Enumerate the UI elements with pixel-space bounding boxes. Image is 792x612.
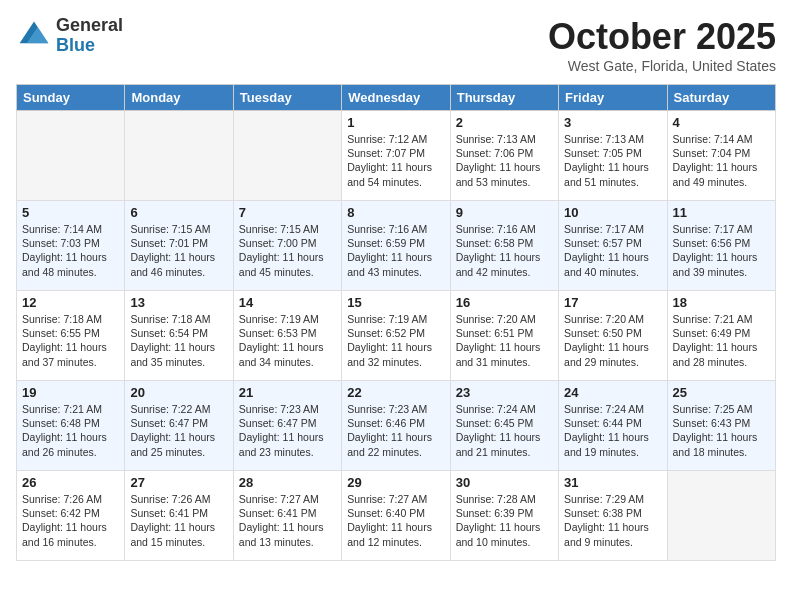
calendar-cell: 14Sunrise: 7:19 AM Sunset: 6:53 PM Dayli… xyxy=(233,291,341,381)
weekday-header: Saturday xyxy=(667,85,775,111)
calendar-cell: 10Sunrise: 7:17 AM Sunset: 6:57 PM Dayli… xyxy=(559,201,667,291)
calendar-cell: 25Sunrise: 7:25 AM Sunset: 6:43 PM Dayli… xyxy=(667,381,775,471)
calendar-cell: 13Sunrise: 7:18 AM Sunset: 6:54 PM Dayli… xyxy=(125,291,233,381)
calendar-cell: 20Sunrise: 7:22 AM Sunset: 6:47 PM Dayli… xyxy=(125,381,233,471)
cell-info: Sunrise: 7:19 AM Sunset: 6:52 PM Dayligh… xyxy=(347,312,444,369)
day-number: 3 xyxy=(564,115,661,130)
cell-info: Sunrise: 7:24 AM Sunset: 6:44 PM Dayligh… xyxy=(564,402,661,459)
day-number: 14 xyxy=(239,295,336,310)
day-number: 11 xyxy=(673,205,770,220)
weekday-header: Wednesday xyxy=(342,85,450,111)
day-number: 4 xyxy=(673,115,770,130)
day-number: 15 xyxy=(347,295,444,310)
calendar-cell: 6Sunrise: 7:15 AM Sunset: 7:01 PM Daylig… xyxy=(125,201,233,291)
calendar-cell: 29Sunrise: 7:27 AM Sunset: 6:40 PM Dayli… xyxy=(342,471,450,561)
calendar-cell: 2Sunrise: 7:13 AM Sunset: 7:06 PM Daylig… xyxy=(450,111,558,201)
day-number: 23 xyxy=(456,385,553,400)
cell-info: Sunrise: 7:26 AM Sunset: 6:41 PM Dayligh… xyxy=(130,492,227,549)
day-number: 30 xyxy=(456,475,553,490)
calendar-cell xyxy=(667,471,775,561)
weekday-header: Friday xyxy=(559,85,667,111)
cell-info: Sunrise: 7:17 AM Sunset: 6:56 PM Dayligh… xyxy=(673,222,770,279)
cell-info: Sunrise: 7:27 AM Sunset: 6:41 PM Dayligh… xyxy=(239,492,336,549)
cell-info: Sunrise: 7:13 AM Sunset: 7:06 PM Dayligh… xyxy=(456,132,553,189)
cell-info: Sunrise: 7:12 AM Sunset: 7:07 PM Dayligh… xyxy=(347,132,444,189)
cell-info: Sunrise: 7:15 AM Sunset: 7:01 PM Dayligh… xyxy=(130,222,227,279)
cell-info: Sunrise: 7:26 AM Sunset: 6:42 PM Dayligh… xyxy=(22,492,119,549)
cell-info: Sunrise: 7:28 AM Sunset: 6:39 PM Dayligh… xyxy=(456,492,553,549)
calendar-cell: 16Sunrise: 7:20 AM Sunset: 6:51 PM Dayli… xyxy=(450,291,558,381)
weekday-header: Tuesday xyxy=(233,85,341,111)
weekday-header: Sunday xyxy=(17,85,125,111)
logo-text: General Blue xyxy=(56,16,123,56)
day-number: 6 xyxy=(130,205,227,220)
cell-info: Sunrise: 7:17 AM Sunset: 6:57 PM Dayligh… xyxy=(564,222,661,279)
calendar-cell: 15Sunrise: 7:19 AM Sunset: 6:52 PM Dayli… xyxy=(342,291,450,381)
calendar-cell: 19Sunrise: 7:21 AM Sunset: 6:48 PM Dayli… xyxy=(17,381,125,471)
calendar-cell: 31Sunrise: 7:29 AM Sunset: 6:38 PM Dayli… xyxy=(559,471,667,561)
cell-info: Sunrise: 7:13 AM Sunset: 7:05 PM Dayligh… xyxy=(564,132,661,189)
day-number: 7 xyxy=(239,205,336,220)
day-number: 22 xyxy=(347,385,444,400)
day-number: 2 xyxy=(456,115,553,130)
calendar-week-row: 26Sunrise: 7:26 AM Sunset: 6:42 PM Dayli… xyxy=(17,471,776,561)
day-number: 19 xyxy=(22,385,119,400)
day-number: 27 xyxy=(130,475,227,490)
cell-info: Sunrise: 7:25 AM Sunset: 6:43 PM Dayligh… xyxy=(673,402,770,459)
calendar-cell: 21Sunrise: 7:23 AM Sunset: 6:47 PM Dayli… xyxy=(233,381,341,471)
day-number: 5 xyxy=(22,205,119,220)
calendar-table: SundayMondayTuesdayWednesdayThursdayFrid… xyxy=(16,84,776,561)
calendar-cell: 27Sunrise: 7:26 AM Sunset: 6:41 PM Dayli… xyxy=(125,471,233,561)
day-number: 31 xyxy=(564,475,661,490)
calendar-cell xyxy=(125,111,233,201)
calendar-cell: 1Sunrise: 7:12 AM Sunset: 7:07 PM Daylig… xyxy=(342,111,450,201)
cell-info: Sunrise: 7:27 AM Sunset: 6:40 PM Dayligh… xyxy=(347,492,444,549)
day-number: 8 xyxy=(347,205,444,220)
calendar-cell: 30Sunrise: 7:28 AM Sunset: 6:39 PM Dayli… xyxy=(450,471,558,561)
page-header: General Blue October 2025 West Gate, Flo… xyxy=(16,16,776,74)
logo-general: General xyxy=(56,16,123,36)
day-number: 24 xyxy=(564,385,661,400)
cell-info: Sunrise: 7:18 AM Sunset: 6:55 PM Dayligh… xyxy=(22,312,119,369)
day-number: 10 xyxy=(564,205,661,220)
calendar-cell xyxy=(233,111,341,201)
day-number: 13 xyxy=(130,295,227,310)
calendar-cell: 4Sunrise: 7:14 AM Sunset: 7:04 PM Daylig… xyxy=(667,111,775,201)
calendar-cell: 18Sunrise: 7:21 AM Sunset: 6:49 PM Dayli… xyxy=(667,291,775,381)
day-number: 20 xyxy=(130,385,227,400)
weekday-header: Thursday xyxy=(450,85,558,111)
calendar-cell: 8Sunrise: 7:16 AM Sunset: 6:59 PM Daylig… xyxy=(342,201,450,291)
location: West Gate, Florida, United States xyxy=(548,58,776,74)
day-number: 9 xyxy=(456,205,553,220)
day-number: 25 xyxy=(673,385,770,400)
day-number: 26 xyxy=(22,475,119,490)
month-title: October 2025 xyxy=(548,16,776,58)
calendar-cell: 26Sunrise: 7:26 AM Sunset: 6:42 PM Dayli… xyxy=(17,471,125,561)
calendar-cell: 22Sunrise: 7:23 AM Sunset: 6:46 PM Dayli… xyxy=(342,381,450,471)
day-number: 1 xyxy=(347,115,444,130)
logo-icon xyxy=(16,18,52,54)
cell-info: Sunrise: 7:14 AM Sunset: 7:03 PM Dayligh… xyxy=(22,222,119,279)
calendar-cell xyxy=(17,111,125,201)
calendar-week-row: 12Sunrise: 7:18 AM Sunset: 6:55 PM Dayli… xyxy=(17,291,776,381)
calendar-cell: 24Sunrise: 7:24 AM Sunset: 6:44 PM Dayli… xyxy=(559,381,667,471)
calendar-week-row: 1Sunrise: 7:12 AM Sunset: 7:07 PM Daylig… xyxy=(17,111,776,201)
logo-blue: Blue xyxy=(56,36,123,56)
cell-info: Sunrise: 7:20 AM Sunset: 6:51 PM Dayligh… xyxy=(456,312,553,369)
calendar-cell: 17Sunrise: 7:20 AM Sunset: 6:50 PM Dayli… xyxy=(559,291,667,381)
day-number: 16 xyxy=(456,295,553,310)
logo: General Blue xyxy=(16,16,123,56)
cell-info: Sunrise: 7:23 AM Sunset: 6:47 PM Dayligh… xyxy=(239,402,336,459)
day-number: 12 xyxy=(22,295,119,310)
calendar-week-row: 5Sunrise: 7:14 AM Sunset: 7:03 PM Daylig… xyxy=(17,201,776,291)
weekday-header: Monday xyxy=(125,85,233,111)
cell-info: Sunrise: 7:18 AM Sunset: 6:54 PM Dayligh… xyxy=(130,312,227,369)
title-area: October 2025 West Gate, Florida, United … xyxy=(548,16,776,74)
day-number: 21 xyxy=(239,385,336,400)
cell-info: Sunrise: 7:20 AM Sunset: 6:50 PM Dayligh… xyxy=(564,312,661,369)
cell-info: Sunrise: 7:14 AM Sunset: 7:04 PM Dayligh… xyxy=(673,132,770,189)
cell-info: Sunrise: 7:22 AM Sunset: 6:47 PM Dayligh… xyxy=(130,402,227,459)
calendar-cell: 12Sunrise: 7:18 AM Sunset: 6:55 PM Dayli… xyxy=(17,291,125,381)
calendar-cell: 11Sunrise: 7:17 AM Sunset: 6:56 PM Dayli… xyxy=(667,201,775,291)
cell-info: Sunrise: 7:19 AM Sunset: 6:53 PM Dayligh… xyxy=(239,312,336,369)
